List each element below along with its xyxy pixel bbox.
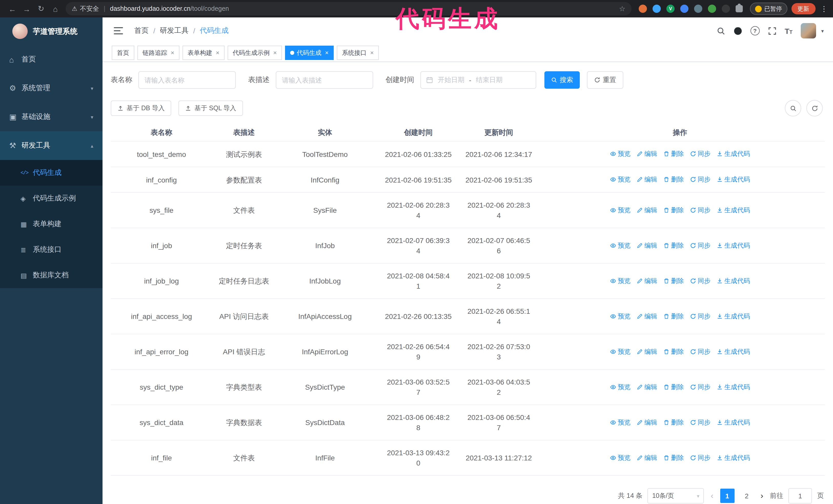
extensions-puzzle-icon[interactable]	[736, 5, 743, 12]
delete-link[interactable]: 删除	[663, 149, 684, 159]
edit-link[interactable]: 编辑	[637, 205, 657, 215]
sync-link[interactable]: 同步	[690, 382, 711, 392]
preview-link[interactable]: 预览	[610, 275, 630, 286]
sidebar-item-database-doc[interactable]: ▤ 数据库文档	[0, 263, 102, 288]
tab-codegen-example[interactable]: 代码生成示例×	[228, 46, 282, 60]
generate-code-link[interactable]: 生成代码	[717, 174, 750, 185]
edit-link[interactable]: 编辑	[637, 149, 657, 159]
generate-code-link[interactable]: 生成代码	[717, 275, 750, 286]
extension-icon[interactable]	[708, 5, 716, 13]
sidebar-item-system-api[interactable]: ≣ 系统接口	[0, 237, 102, 263]
forward-button[interactable]: →	[20, 4, 34, 13]
generate-code-link[interactable]: 生成代码	[717, 346, 750, 357]
delete-link[interactable]: 删除	[663, 453, 684, 463]
update-button[interactable]: 更新	[791, 3, 815, 14]
tab-codegen[interactable]: 代码生成×	[285, 46, 334, 60]
edit-link[interactable]: 编辑	[637, 346, 657, 357]
edit-link[interactable]: 编辑	[637, 240, 657, 250]
import-sql-button[interactable]: 基于 SQL 导入	[178, 100, 243, 116]
sync-link[interactable]: 同步	[690, 240, 711, 250]
sidebar-item-form-builder[interactable]: ▦ 表单构建	[0, 211, 102, 237]
close-icon[interactable]: ×	[273, 50, 277, 56]
font-size-icon[interactable]: TT	[785, 27, 792, 34]
date-range-picker[interactable]: 开始日期 - 结束日期	[420, 71, 536, 89]
search-icon[interactable]	[716, 26, 725, 35]
address-bar[interactable]: ⚠ 不安全 | dashboard.yudao.iocoder.cn/tool/…	[66, 2, 632, 16]
browser-menu-kebab-icon[interactable]: ⋮	[820, 5, 828, 13]
edit-link[interactable]: 编辑	[637, 382, 657, 392]
preview-link[interactable]: 预览	[610, 453, 630, 463]
generate-code-link[interactable]: 生成代码	[717, 417, 750, 427]
sidebar-item-home[interactable]: ⌂ 首页	[0, 45, 102, 74]
sidebar-item-system-mgmt[interactable]: ⚙ 系统管理 ▾	[0, 74, 102, 102]
next-page-button[interactable]: ›	[759, 491, 765, 500]
generate-code-link[interactable]: 生成代码	[717, 453, 750, 463]
github-icon[interactable]	[733, 26, 742, 35]
user-avatar[interactable]	[801, 23, 816, 39]
sync-link[interactable]: 同步	[690, 453, 711, 463]
home-button[interactable]: ⌂	[48, 4, 63, 13]
sync-link[interactable]: 同步	[690, 346, 711, 357]
page-button-1[interactable]: 1	[720, 488, 734, 503]
preview-link[interactable]: 预览	[610, 149, 630, 159]
refresh-table-button[interactable]	[806, 100, 823, 116]
generate-code-link[interactable]: 生成代码	[717, 382, 750, 392]
edit-link[interactable]: 编辑	[637, 174, 657, 185]
delete-link[interactable]: 删除	[663, 311, 684, 321]
preview-link[interactable]: 预览	[610, 346, 630, 357]
back-button[interactable]: ←	[5, 4, 20, 13]
preview-link[interactable]: 预览	[610, 240, 630, 250]
close-icon[interactable]: ×	[325, 50, 329, 56]
sync-link[interactable]: 同步	[690, 417, 711, 427]
preview-link[interactable]: 预览	[610, 205, 630, 215]
goto-page-input[interactable]	[788, 488, 812, 503]
sync-link[interactable]: 同步	[690, 275, 711, 286]
bookmark-star-icon[interactable]: ☆	[619, 5, 625, 13]
generate-code-link[interactable]: 生成代码	[717, 240, 750, 250]
delete-link[interactable]: 删除	[663, 240, 684, 250]
extension-icon[interactable]	[652, 5, 661, 13]
edit-link[interactable]: 编辑	[637, 417, 657, 427]
reload-button[interactable]: ↻	[34, 4, 48, 13]
sync-link[interactable]: 同步	[690, 149, 711, 159]
extension-icon[interactable]	[680, 5, 688, 13]
tab-system-api[interactable]: 系统接口×	[337, 46, 379, 60]
hamburger-icon[interactable]	[114, 27, 123, 34]
extension-icon[interactable]: V	[666, 5, 674, 13]
generate-code-link[interactable]: 生成代码	[717, 311, 750, 321]
paused-badge[interactable]: 已暂停	[750, 3, 787, 15]
fullscreen-icon[interactable]	[768, 26, 776, 35]
close-icon[interactable]: ×	[370, 50, 374, 56]
sidebar-item-codegen[interactable]: </> 代码生成	[0, 160, 102, 186]
help-icon[interactable]: ?	[750, 26, 759, 35]
breadcrumb-home[interactable]: 首页	[134, 26, 149, 35]
preview-link[interactable]: 预览	[610, 174, 630, 185]
page-button-2[interactable]: 2	[739, 488, 754, 503]
page-size-select[interactable]: 10条/页 ▾	[648, 488, 704, 503]
table-name-input[interactable]	[138, 71, 236, 89]
sidebar-item-codegen-example[interactable]: ◈ 代码生成示例	[0, 186, 102, 211]
toggle-search-button[interactable]	[785, 100, 801, 116]
sync-link[interactable]: 同步	[690, 174, 711, 185]
prev-page-button[interactable]: ‹	[709, 491, 715, 500]
close-icon[interactable]: ×	[171, 50, 174, 56]
extension-icon[interactable]	[722, 5, 730, 13]
logo[interactable]: 芋道管理系统	[0, 18, 102, 45]
tab-tracing[interactable]: 链路追踪×	[137, 46, 180, 60]
delete-link[interactable]: 删除	[663, 275, 684, 286]
sync-link[interactable]: 同步	[690, 205, 711, 215]
tab-home[interactable]: 首页	[112, 46, 134, 60]
delete-link[interactable]: 删除	[663, 382, 684, 392]
preview-link[interactable]: 预览	[610, 382, 630, 392]
edit-link[interactable]: 编辑	[637, 311, 657, 321]
avatar-caret-down-icon[interactable]: ▾	[821, 28, 824, 33]
breadcrumb-dev-tools[interactable]: 研发工具	[160, 26, 189, 35]
extension-icon[interactable]	[694, 5, 702, 13]
sidebar-item-dev-tools[interactable]: ⚒ 研发工具 ▴	[0, 131, 102, 160]
edit-link[interactable]: 编辑	[637, 453, 657, 463]
generate-code-link[interactable]: 生成代码	[717, 205, 750, 215]
table-desc-input[interactable]	[276, 71, 373, 89]
delete-link[interactable]: 删除	[663, 417, 684, 427]
sidebar-item-infrastructure[interactable]: ▣ 基础设施 ▾	[0, 102, 102, 131]
reset-button[interactable]: 重置	[587, 71, 623, 89]
